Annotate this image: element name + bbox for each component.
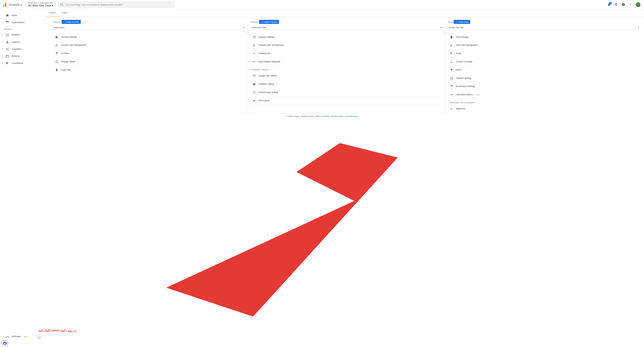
svg-point-15: [630, 5, 631, 6]
change-history[interactable]: Change History: [53, 58, 245, 66]
view-column: View +Create View All Web Site Data▾ Vie…: [448, 20, 639, 113]
trash-can[interactable]: Trash Can: [53, 66, 245, 74]
svg-rect-41: [253, 100, 255, 101]
search-input[interactable]: [66, 3, 172, 6]
notifications-icon[interactable]: 1: [607, 3, 611, 6]
content-grouping[interactable]: Content Grouping: [448, 58, 639, 66]
people-icon: [253, 44, 256, 47]
move-right-button[interactable]: →: [246, 30, 250, 35]
sidebar-item-realtime[interactable]: ▸ Realtime: [0, 31, 42, 38]
calculated-metrics[interactable]: DdCalculated MetricsBETA: [448, 91, 639, 99]
admin-gear-button[interactable]: [2, 340, 8, 347]
move-right-button[interactable]: →: [443, 30, 448, 35]
svg-point-23: [8, 50, 9, 51]
tab-admin[interactable]: ADMIN: [46, 10, 59, 17]
create-view-button[interactable]: +Create View: [454, 20, 470, 24]
clock-icon: [6, 33, 9, 37]
column-divider: [445, 24, 445, 113]
sidebar-item-customization[interactable]: ▸ Customization: [0, 19, 42, 26]
create-account-button[interactable]: +Create Account: [62, 20, 81, 24]
svg-rect-9: [616, 5, 616, 6]
tracking-info[interactable]: Tracking Info: [251, 50, 442, 58]
more-icon[interactable]: [629, 3, 632, 6]
expand-icon: ▸: [2, 22, 3, 23]
item-label: Tracking Info: [258, 52, 270, 55]
item-label: Data Deletion Requests: [258, 61, 280, 63]
svg-point-20: [7, 41, 8, 42]
apps-icon[interactable]: [614, 3, 618, 6]
separator: |: [330, 115, 331, 117]
svg-point-14: [630, 4, 631, 5]
goals[interactable]: Goals: [448, 50, 639, 58]
view-selector-dropdown[interactable]: All Web Site Data▾: [448, 25, 639, 30]
google-ads-linking[interactable]: Google Ads Linking: [251, 72, 442, 80]
sidebar-item-conversions[interactable]: ▸ Conversions: [0, 60, 42, 67]
selected-property: Safarmarket Web: [251, 26, 266, 29]
collapse-sidebar-button[interactable]: ‹: [37, 335, 42, 340]
separator: |: [314, 115, 315, 117]
sidebar-label: Customization: [12, 21, 25, 24]
grouping-icon: [450, 60, 453, 63]
expand-icon: ▸: [2, 34, 3, 36]
flag-icon: [6, 62, 9, 65]
sidebar-label: Conversions: [12, 62, 23, 64]
share-icon: [6, 47, 9, 51]
analytics-logo-icon: [2, 2, 8, 7]
sidebar-item-audience[interactable]: ▸ Audience: [0, 38, 42, 46]
all-filters[interactable]: All Filters: [53, 50, 245, 58]
svg-rect-17: [8, 21, 9, 22]
sidebar-item-behavior[interactable]: ▸ Behavior: [0, 53, 42, 60]
sidebar-item-acquisition[interactable]: ▸ Acquisition: [0, 46, 42, 53]
sidebar-item-home[interactable]: Home: [0, 12, 42, 19]
search-bar[interactable]: [58, 1, 175, 8]
sidebar-section-reports: REPORTS: [0, 26, 42, 31]
item-label: Segments: [456, 108, 465, 110]
footer-link-home[interactable]: Analytics home: [301, 115, 314, 117]
channel-settings[interactable]: Channel Settings: [448, 74, 639, 82]
expand-icon: ▸: [2, 41, 3, 43]
create-property-button[interactable]: +Create Property: [259, 20, 279, 24]
segments[interactable]: Segments: [448, 105, 639, 113]
logo-area[interactable]: Analytics: [2, 2, 25, 8]
column-divider: [248, 24, 248, 113]
data-deletion[interactable]: DdData Deletion Requests: [251, 58, 442, 66]
footer-link-terms[interactable]: Terms of Service: [315, 115, 330, 117]
item-label: Ad Exchange Linking: [258, 91, 278, 94]
svg-rect-38: [253, 83, 255, 85]
sidebar-item-attribution[interactable]: Attribution BETA: [0, 333, 42, 340]
footer-link-feedback[interactable]: Send feedback: [345, 115, 358, 117]
view-filters[interactable]: Filters: [448, 66, 639, 74]
tab-user[interactable]: USER: [59, 10, 71, 17]
account-selector[interactable]: Safarmarket▾: [53, 25, 245, 30]
view-label: View: [448, 21, 452, 23]
user-avatar[interactable]: [636, 2, 640, 7]
property-settings[interactable]: Property Settings: [251, 33, 442, 41]
property-user-management[interactable]: Property User Management: [251, 41, 442, 50]
channel-icon: [450, 77, 453, 80]
footer-link-privacy[interactable]: Privacy Policy: [332, 115, 344, 117]
all-products[interactable]: All Products: [251, 97, 442, 105]
property-selector-dropdown[interactable]: Safarmarket Web▾: [251, 25, 442, 30]
view-settings[interactable]: View Settings: [448, 33, 639, 41]
view-user-management[interactable]: View User Management: [448, 41, 639, 50]
ad-exchange-linking[interactable]: Ad Exchange Linking: [251, 88, 442, 97]
attribution-icon: [6, 335, 9, 338]
svg-point-0: [61, 4, 63, 6]
account-settings[interactable]: Account Settings: [53, 33, 245, 41]
page-icon: [253, 35, 256, 39]
account-user-management[interactable]: Account User Management: [53, 41, 245, 50]
svg-rect-10: [617, 5, 617, 6]
product-linking-header: PRODUCT LINKING: [251, 66, 442, 72]
svg-rect-5: [615, 4, 616, 5]
property-name-dropdown[interactable]: All Web Site Data ▾: [28, 4, 54, 7]
account-column: Account +Create Account Safarmarket▾ Acc…: [53, 20, 245, 113]
sidebar-label: Audience: [12, 41, 20, 43]
svg-point-21: [6, 49, 7, 50]
code-icon: [253, 52, 256, 55]
expand-icon: ▸: [2, 56, 3, 57]
adsense-linking[interactable]: AdSense Linking: [251, 80, 442, 89]
ecommerce-settings[interactable]: Ecommerce Settings: [448, 82, 639, 91]
plus-icon: +: [64, 21, 65, 23]
property-selector[interactable]: All accounts > Safarmarket Web All Web S…: [28, 2, 54, 7]
help-icon[interactable]: ?: [622, 3, 625, 6]
